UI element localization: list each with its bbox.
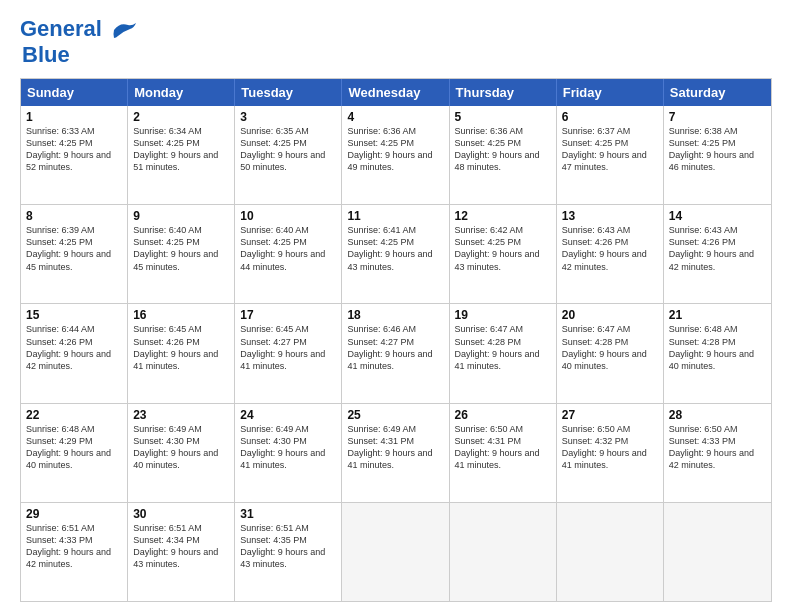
day-number: 14 [669, 209, 766, 223]
day-info: Sunrise: 6:40 AMSunset: 4:25 PMDaylight:… [133, 224, 229, 273]
day-cell-21: 21Sunrise: 6:48 AMSunset: 4:28 PMDayligh… [664, 304, 771, 402]
day-number: 18 [347, 308, 443, 322]
day-cell-24: 24Sunrise: 6:49 AMSunset: 4:30 PMDayligh… [235, 404, 342, 502]
day-info: Sunrise: 6:49 AMSunset: 4:30 PMDaylight:… [133, 423, 229, 472]
day-number: 11 [347, 209, 443, 223]
day-cell-19: 19Sunrise: 6:47 AMSunset: 4:28 PMDayligh… [450, 304, 557, 402]
day-cell-9: 9Sunrise: 6:40 AMSunset: 4:25 PMDaylight… [128, 205, 235, 303]
day-cell-31: 31Sunrise: 6:51 AMSunset: 4:35 PMDayligh… [235, 503, 342, 601]
day-cell-26: 26Sunrise: 6:50 AMSunset: 4:31 PMDayligh… [450, 404, 557, 502]
calendar-row-4: 22Sunrise: 6:48 AMSunset: 4:29 PMDayligh… [21, 403, 771, 502]
day-cell-11: 11Sunrise: 6:41 AMSunset: 4:25 PMDayligh… [342, 205, 449, 303]
day-cell-4: 4Sunrise: 6:36 AMSunset: 4:25 PMDaylight… [342, 106, 449, 204]
day-number: 17 [240, 308, 336, 322]
day-number: 15 [26, 308, 122, 322]
calendar-header: SundayMondayTuesdayWednesdayThursdayFrid… [21, 79, 771, 106]
day-cell-14: 14Sunrise: 6:43 AMSunset: 4:26 PMDayligh… [664, 205, 771, 303]
day-info: Sunrise: 6:46 AMSunset: 4:27 PMDaylight:… [347, 323, 443, 372]
day-cell-15: 15Sunrise: 6:44 AMSunset: 4:26 PMDayligh… [21, 304, 128, 402]
day-number: 29 [26, 507, 122, 521]
day-info: Sunrise: 6:45 AMSunset: 4:26 PMDaylight:… [133, 323, 229, 372]
calendar-row-2: 8Sunrise: 6:39 AMSunset: 4:25 PMDaylight… [21, 204, 771, 303]
day-number: 19 [455, 308, 551, 322]
day-cell-20: 20Sunrise: 6:47 AMSunset: 4:28 PMDayligh… [557, 304, 664, 402]
day-info: Sunrise: 6:47 AMSunset: 4:28 PMDaylight:… [562, 323, 658, 372]
day-number: 3 [240, 110, 336, 124]
day-cell-1: 1Sunrise: 6:33 AMSunset: 4:25 PMDaylight… [21, 106, 128, 204]
day-number: 2 [133, 110, 229, 124]
day-number: 30 [133, 507, 229, 521]
day-cell-29: 29Sunrise: 6:51 AMSunset: 4:33 PMDayligh… [21, 503, 128, 601]
day-number: 28 [669, 408, 766, 422]
day-number: 7 [669, 110, 766, 124]
day-cell-6: 6Sunrise: 6:37 AMSunset: 4:25 PMDaylight… [557, 106, 664, 204]
calendar: SundayMondayTuesdayWednesdayThursdayFrid… [20, 78, 772, 602]
day-info: Sunrise: 6:36 AMSunset: 4:25 PMDaylight:… [347, 125, 443, 174]
day-number: 21 [669, 308, 766, 322]
header: General Blue [20, 16, 772, 68]
day-number: 9 [133, 209, 229, 223]
day-number: 13 [562, 209, 658, 223]
day-cell-17: 17Sunrise: 6:45 AMSunset: 4:27 PMDayligh… [235, 304, 342, 402]
day-cell-3: 3Sunrise: 6:35 AMSunset: 4:25 PMDaylight… [235, 106, 342, 204]
day-number: 23 [133, 408, 229, 422]
day-info: Sunrise: 6:44 AMSunset: 4:26 PMDaylight:… [26, 323, 122, 372]
logo-blue-text: Blue [22, 42, 70, 67]
empty-cell-4-6 [664, 503, 771, 601]
day-cell-25: 25Sunrise: 6:49 AMSunset: 4:31 PMDayligh… [342, 404, 449, 502]
empty-cell-4-3 [342, 503, 449, 601]
day-cell-10: 10Sunrise: 6:40 AMSunset: 4:25 PMDayligh… [235, 205, 342, 303]
day-info: Sunrise: 6:51 AMSunset: 4:34 PMDaylight:… [133, 522, 229, 571]
page: General Blue SundayMondayTuesdayWednesda… [0, 0, 792, 612]
day-cell-12: 12Sunrise: 6:42 AMSunset: 4:25 PMDayligh… [450, 205, 557, 303]
day-number: 26 [455, 408, 551, 422]
day-number: 22 [26, 408, 122, 422]
day-info: Sunrise: 6:36 AMSunset: 4:25 PMDaylight:… [455, 125, 551, 174]
empty-cell-4-4 [450, 503, 557, 601]
day-info: Sunrise: 6:48 AMSunset: 4:28 PMDaylight:… [669, 323, 766, 372]
day-info: Sunrise: 6:33 AMSunset: 4:25 PMDaylight:… [26, 125, 122, 174]
calendar-row-3: 15Sunrise: 6:44 AMSunset: 4:26 PMDayligh… [21, 303, 771, 402]
calendar-row-5: 29Sunrise: 6:51 AMSunset: 4:33 PMDayligh… [21, 502, 771, 601]
day-info: Sunrise: 6:45 AMSunset: 4:27 PMDaylight:… [240, 323, 336, 372]
day-info: Sunrise: 6:48 AMSunset: 4:29 PMDaylight:… [26, 423, 122, 472]
day-info: Sunrise: 6:34 AMSunset: 4:25 PMDaylight:… [133, 125, 229, 174]
logo-text: General [20, 16, 138, 42]
day-info: Sunrise: 6:51 AMSunset: 4:35 PMDaylight:… [240, 522, 336, 571]
day-number: 27 [562, 408, 658, 422]
day-info: Sunrise: 6:43 AMSunset: 4:26 PMDaylight:… [669, 224, 766, 273]
logo: General Blue [20, 16, 138, 68]
day-cell-13: 13Sunrise: 6:43 AMSunset: 4:26 PMDayligh… [557, 205, 664, 303]
day-info: Sunrise: 6:49 AMSunset: 4:30 PMDaylight:… [240, 423, 336, 472]
day-info: Sunrise: 6:49 AMSunset: 4:31 PMDaylight:… [347, 423, 443, 472]
day-cell-7: 7Sunrise: 6:38 AMSunset: 4:25 PMDaylight… [664, 106, 771, 204]
day-number: 5 [455, 110, 551, 124]
day-info: Sunrise: 6:38 AMSunset: 4:25 PMDaylight:… [669, 125, 766, 174]
day-cell-8: 8Sunrise: 6:39 AMSunset: 4:25 PMDaylight… [21, 205, 128, 303]
day-cell-5: 5Sunrise: 6:36 AMSunset: 4:25 PMDaylight… [450, 106, 557, 204]
day-number: 4 [347, 110, 443, 124]
calendar-row-1: 1Sunrise: 6:33 AMSunset: 4:25 PMDaylight… [21, 106, 771, 204]
day-number: 25 [347, 408, 443, 422]
day-info: Sunrise: 6:47 AMSunset: 4:28 PMDaylight:… [455, 323, 551, 372]
day-info: Sunrise: 6:50 AMSunset: 4:31 PMDaylight:… [455, 423, 551, 472]
calendar-body: 1Sunrise: 6:33 AMSunset: 4:25 PMDaylight… [21, 106, 771, 601]
weekday-header-tuesday: Tuesday [235, 79, 342, 106]
day-cell-22: 22Sunrise: 6:48 AMSunset: 4:29 PMDayligh… [21, 404, 128, 502]
empty-cell-4-5 [557, 503, 664, 601]
day-info: Sunrise: 6:41 AMSunset: 4:25 PMDaylight:… [347, 224, 443, 273]
weekday-header-friday: Friday [557, 79, 664, 106]
weekday-header-wednesday: Wednesday [342, 79, 449, 106]
day-cell-27: 27Sunrise: 6:50 AMSunset: 4:32 PMDayligh… [557, 404, 664, 502]
weekday-header-saturday: Saturday [664, 79, 771, 106]
day-number: 6 [562, 110, 658, 124]
logo-bird-icon [110, 20, 138, 40]
weekday-header-thursday: Thursday [450, 79, 557, 106]
day-info: Sunrise: 6:40 AMSunset: 4:25 PMDaylight:… [240, 224, 336, 273]
day-number: 16 [133, 308, 229, 322]
day-info: Sunrise: 6:43 AMSunset: 4:26 PMDaylight:… [562, 224, 658, 273]
day-number: 20 [562, 308, 658, 322]
day-info: Sunrise: 6:51 AMSunset: 4:33 PMDaylight:… [26, 522, 122, 571]
weekday-header-sunday: Sunday [21, 79, 128, 106]
day-cell-23: 23Sunrise: 6:49 AMSunset: 4:30 PMDayligh… [128, 404, 235, 502]
